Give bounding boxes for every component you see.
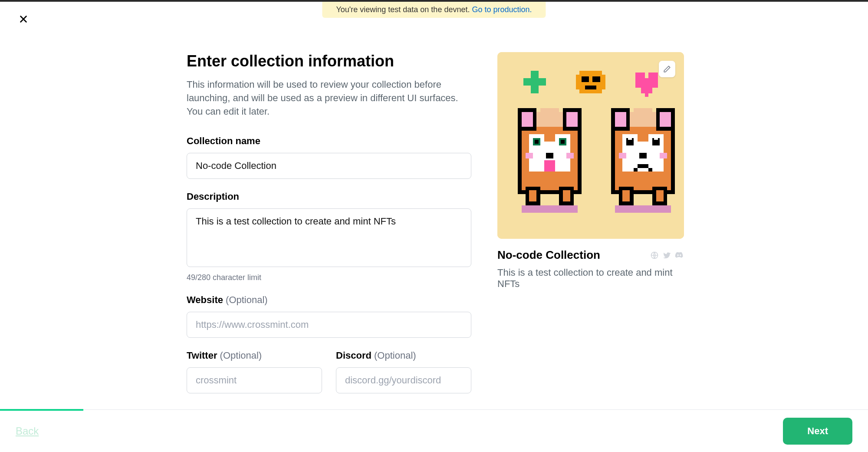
go-to-production-link[interactable]: Go to production. xyxy=(472,5,532,14)
website-label: Website (Optional) xyxy=(187,294,471,306)
progress-bar xyxy=(0,409,83,411)
collection-name-label: Collection name xyxy=(187,135,471,147)
svg-rect-42 xyxy=(615,112,626,127)
description-input[interactable] xyxy=(187,208,471,267)
svg-rect-63 xyxy=(656,190,664,201)
svg-rect-38 xyxy=(522,205,578,213)
discord-input[interactable] xyxy=(336,367,471,393)
banner-text: You're viewing test data on the devnet. xyxy=(336,5,472,14)
svg-rect-13 xyxy=(641,88,652,93)
twitter-input[interactable] xyxy=(187,367,322,393)
close-button[interactable] xyxy=(16,12,30,26)
svg-rect-9 xyxy=(585,86,596,89)
svg-rect-37 xyxy=(563,190,570,201)
twitter-label: Twitter (Optional) xyxy=(187,350,322,361)
preview-image xyxy=(497,52,684,239)
close-icon xyxy=(19,14,28,24)
svg-rect-35 xyxy=(529,190,536,201)
svg-rect-59 xyxy=(660,153,667,158)
twitter-icon xyxy=(662,251,671,260)
svg-rect-44 xyxy=(660,112,671,127)
description-label: Description xyxy=(187,191,471,202)
char-limit-text: 49/280 character limit xyxy=(187,273,471,282)
edit-image-button[interactable] xyxy=(659,61,675,77)
svg-rect-28 xyxy=(535,140,539,144)
page-title: Enter collection information xyxy=(187,52,471,70)
collection-name-input[interactable] xyxy=(187,153,471,179)
svg-rect-8 xyxy=(592,76,600,82)
svg-rect-57 xyxy=(648,168,652,172)
svg-rect-7 xyxy=(582,76,589,82)
preview-title: No-code Collection xyxy=(497,248,600,262)
svg-rect-4 xyxy=(523,78,546,86)
svg-rect-22 xyxy=(540,108,559,115)
pencil-icon xyxy=(663,65,671,73)
svg-rect-14 xyxy=(645,93,649,97)
next-button[interactable]: Next xyxy=(783,418,852,445)
svg-rect-31 xyxy=(544,160,556,172)
website-input[interactable] xyxy=(187,312,471,338)
svg-rect-33 xyxy=(566,153,574,158)
svg-rect-46 xyxy=(634,108,652,115)
preview-description: This is a test collection to create and … xyxy=(497,267,684,290)
svg-rect-56 xyxy=(634,168,638,172)
footer: Back Next xyxy=(0,409,868,452)
svg-rect-53 xyxy=(654,136,658,140)
svg-rect-12 xyxy=(635,78,658,88)
svg-rect-61 xyxy=(622,190,630,201)
svg-rect-32 xyxy=(526,153,533,158)
svg-rect-64 xyxy=(615,205,671,213)
svg-rect-52 xyxy=(628,136,632,140)
globe-icon xyxy=(650,251,659,260)
discord-icon xyxy=(674,251,684,260)
svg-rect-29 xyxy=(561,140,565,144)
svg-rect-55 xyxy=(638,164,649,168)
back-link[interactable]: Back xyxy=(16,425,39,437)
page-subtitle: This information will be used to review … xyxy=(187,78,471,118)
svg-rect-18 xyxy=(522,112,533,127)
devnet-banner: You're viewing test data on the devnet. … xyxy=(322,2,546,18)
svg-rect-30 xyxy=(546,153,553,158)
preview-social-icons xyxy=(650,251,684,260)
discord-label: Discord (Optional) xyxy=(336,350,471,361)
svg-rect-54 xyxy=(639,153,647,158)
svg-rect-58 xyxy=(619,153,626,158)
svg-rect-20 xyxy=(566,112,578,127)
